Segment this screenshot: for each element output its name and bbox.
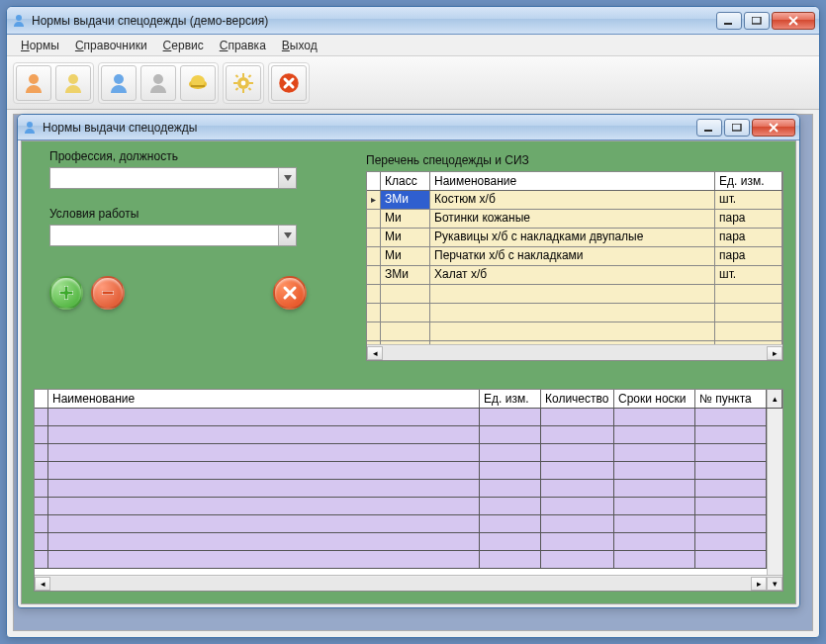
cell-uom[interactable]: пара (715, 210, 782, 228)
minimize-button[interactable] (716, 12, 742, 30)
tool-helmet[interactable] (180, 65, 216, 101)
row-indicator (367, 229, 381, 246)
right-grid-row[interactable]: МиПерчатки х/б с накладкамипара (367, 247, 782, 266)
tool-gear[interactable] (226, 65, 261, 101)
menu-normy[interactable]: Нормы (13, 37, 67, 54)
tool-person-yellow[interactable] (55, 65, 91, 101)
menu-spravochniki[interactable]: Справочники (67, 37, 155, 54)
cell-class[interactable]: ЗМи (381, 191, 430, 209)
cell-class[interactable]: Ми (381, 247, 430, 265)
right-grid-row[interactable]: МиБотинки кожаныепара (367, 210, 782, 229)
bscroll-right-icon[interactable]: ▸ (751, 577, 767, 591)
right-grid-row[interactable]: ЗМиКостюм х/бшт. (367, 191, 782, 210)
cell-uom[interactable]: шт. (715, 266, 782, 284)
bottom-grid-row[interactable] (35, 462, 767, 480)
menubar: Нормы Справочники Сервис Справка Выход (7, 35, 819, 56)
bottom-grid-header: Наименование Ед. изм. Количество Сроки н… (35, 390, 782, 409)
bottom-grid-row[interactable] (35, 426, 767, 444)
right-grid[interactable]: Класс Наименование Ед. изм. ЗМиКостюм х/… (366, 171, 783, 361)
child-window-icon (22, 120, 38, 136)
svg-rect-19 (235, 87, 239, 91)
svg-point-11 (241, 80, 246, 85)
row-indicator (367, 210, 381, 228)
svg-rect-12 (242, 73, 244, 77)
tool-cancel[interactable] (271, 65, 307, 101)
child-close-button[interactable] (752, 119, 795, 137)
add-button[interactable] (49, 276, 83, 310)
form-area: Профессия, должность Условия работы Пере… (21, 140, 796, 604)
main-titlebar[interactable]: Нормы выдачи спецодежды (демо-версия) (7, 7, 819, 35)
cell-name[interactable]: Халат х/б (430, 266, 715, 284)
profession-dropdown-button[interactable] (278, 168, 296, 188)
bottom-grid-vscroll[interactable] (767, 409, 782, 575)
maximize-button[interactable] (744, 12, 770, 30)
svg-point-4 (68, 74, 78, 84)
cell-class[interactable]: Ми (381, 229, 430, 246)
right-grid-row[interactable]: МиРукавицы х/б с накладками двупалыепара (367, 229, 782, 247)
conditions-dropdown-button[interactable] (278, 226, 296, 245)
tool-person-gray[interactable] (140, 65, 176, 101)
bottom-grid-row[interactable] (35, 444, 767, 462)
svg-rect-1 (724, 23, 732, 25)
right-grid-row[interactable]: ЗМиХалат х/бшт. (367, 266, 782, 285)
menu-spravka[interactable]: Справка (212, 37, 274, 54)
bottom-grid-vscroll-down[interactable]: ▾ (767, 577, 782, 591)
cancel-button[interactable] (273, 276, 307, 310)
close-button[interactable] (772, 12, 815, 30)
right-grid-hscroll[interactable]: ◂ ▸ (367, 344, 782, 360)
bhdr-num[interactable]: № пункта (695, 390, 767, 408)
right-grid-empty-row[interactable] (367, 285, 782, 304)
cell-class[interactable]: Ми (381, 210, 430, 228)
svg-rect-15 (249, 82, 253, 84)
delete-button[interactable] (91, 276, 125, 310)
bottom-grid-row[interactable] (35, 533, 767, 551)
bottom-grid-row[interactable] (35, 515, 767, 533)
right-grid-title: Перечень спецодежды и СИЗ (366, 153, 783, 167)
bhdr-name[interactable]: Наименование (48, 390, 480, 408)
child-maximize-button[interactable] (724, 119, 750, 137)
cell-name[interactable]: Ботинки кожаные (430, 210, 715, 228)
bottom-grid-row[interactable] (35, 409, 767, 426)
profession-combo[interactable] (49, 167, 297, 189)
hdr-class[interactable]: Класс (381, 172, 430, 190)
scroll-left-icon[interactable]: ◂ (367, 346, 383, 360)
hdr-uom[interactable]: Ед. изм. (715, 172, 782, 190)
menu-vyhod[interactable]: Выход (274, 37, 325, 54)
child-titlebar[interactable]: Нормы выдачи спецодежды (18, 115, 799, 140)
bottom-grid[interactable]: Наименование Ед. изм. Количество Сроки н… (34, 389, 783, 592)
row-indicator (367, 247, 381, 265)
tool-group-4 (268, 62, 310, 104)
bhdr-qty[interactable]: Количество (541, 390, 614, 408)
right-grid-empty-row[interactable] (367, 304, 782, 322)
bottom-grid-vscroll-up[interactable]: ▴ (767, 390, 782, 408)
cell-name[interactable]: Рукавицы х/б с накладками двупалые (430, 229, 715, 246)
menu-servis[interactable]: Сервис (155, 37, 212, 54)
bottom-grid-row[interactable] (35, 498, 767, 515)
tool-group-3 (223, 62, 264, 104)
conditions-combo[interactable] (49, 225, 297, 246)
row-indicator (367, 266, 381, 284)
bhdr-uom[interactable]: Ед. изм. (480, 390, 541, 408)
cell-uom[interactable]: пара (715, 229, 782, 246)
scroll-right-icon[interactable]: ▸ (767, 346, 782, 360)
scroll-track[interactable] (383, 346, 767, 360)
profession-input[interactable] (50, 168, 278, 188)
tool-person-blue[interactable] (101, 65, 137, 101)
cell-uom[interactable]: шт. (715, 191, 782, 209)
cell-name[interactable]: Костюм х/б (430, 191, 715, 209)
bscroll-left-icon[interactable]: ◂ (35, 577, 50, 591)
cell-class[interactable]: ЗМи (381, 266, 430, 284)
right-grid-empty-row[interactable] (367, 322, 782, 341)
bscroll-track[interactable] (50, 577, 751, 591)
cell-name[interactable]: Перчатки х/б с накладками (430, 247, 715, 265)
hdr-name[interactable]: Наименование (430, 172, 715, 190)
tool-person-orange[interactable] (16, 65, 51, 101)
bottom-grid-row[interactable] (35, 551, 767, 569)
bottom-grid-hscroll[interactable]: ◂ ▸ ▾ (35, 575, 782, 591)
child-minimize-button[interactable] (696, 119, 722, 137)
bottom-grid-row[interactable] (35, 480, 767, 498)
svg-rect-16 (235, 74, 239, 78)
bhdr-term[interactable]: Сроки носки (614, 390, 695, 408)
cell-uom[interactable]: пара (715, 247, 782, 265)
conditions-input[interactable] (50, 226, 278, 245)
